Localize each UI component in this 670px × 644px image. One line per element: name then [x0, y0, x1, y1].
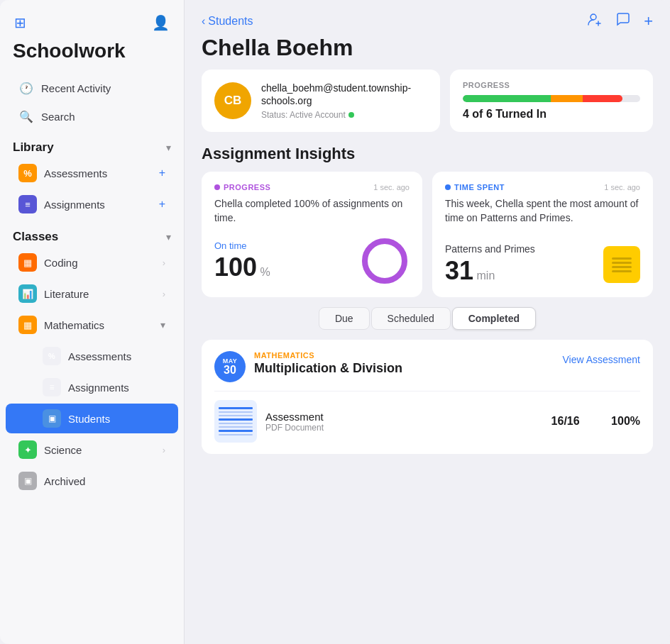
literature-icon: 📊 — [18, 284, 37, 303]
archived-icon: ▣ — [18, 472, 37, 490]
insight-header: TIME SPENT 1 sec. ago — [445, 183, 640, 191]
notebook-lines — [608, 253, 636, 277]
thumb-line — [219, 415, 253, 416]
tab-due[interactable]: Due — [319, 307, 370, 330]
progress-insight-card: PROGRESS 1 sec. ago Chella completed 100… — [202, 172, 422, 297]
progress-dot — [214, 184, 220, 190]
student-status: Status: Active Account — [261, 110, 427, 120]
sidebar-item-science[interactable]: ✦ Science › — [6, 435, 178, 465]
insight-metric-unit: % — [260, 266, 270, 278]
library-section-header[interactable]: Library ▾ — [0, 131, 184, 157]
insight-metric-value: 31 — [445, 256, 473, 285]
main-header: ‹ Students + — [185, 0, 670, 30]
insight-type-label: TIME SPENT — [454, 183, 505, 191]
thumb-line — [219, 407, 253, 409]
sidebar-item-math-students[interactable]: ▣ Students — [6, 404, 178, 433]
sidebar-item-recent-activity[interactable]: 🕐 Recent Activity — [6, 74, 178, 102]
thumb-line — [219, 426, 253, 428]
sidebar-item-assignments[interactable]: ≡ Assignments + — [6, 189, 178, 219]
date-day: 30 — [224, 365, 236, 376]
insight-metric: On time 100 % — [214, 240, 270, 282]
svg-point-2 — [365, 241, 405, 281]
insight-metric-label: On time — [214, 240, 270, 251]
chevron-down-icon: ▾ — [166, 231, 171, 243]
tab-scheduled[interactable]: Scheduled — [371, 307, 451, 330]
sidebar-item-assessments[interactable]: % Assessments + — [6, 158, 178, 188]
chat-icon — [615, 11, 631, 27]
add-button[interactable]: + — [644, 12, 653, 30]
sidebar-item-label: Students — [68, 413, 165, 425]
sidebar-item-mathematics[interactable]: ▦ Mathematics ▾ — [6, 310, 178, 340]
sidebar-top-bar: ⊞ 👤 — [0, 0, 184, 40]
sidebar-item-search[interactable]: 🔍 Search — [6, 102, 178, 131]
thumb-lines — [214, 403, 257, 440]
assessments-icon: % — [18, 164, 37, 182]
progress-bar — [463, 95, 640, 102]
date-badge: MAY 30 — [214, 351, 246, 382]
student-name: Chella Boehm — [185, 30, 670, 70]
thumb-line — [219, 423, 253, 424]
sidebar-toggle-button[interactable]: ⊞ — [13, 13, 28, 33]
student-email: chella_boehm@student.township-schools.or… — [261, 82, 427, 107]
thumb-line — [219, 430, 253, 432]
sidebar-item-label: Assessments — [68, 350, 165, 362]
assignment-item-info: Assessment PDF Document — [265, 411, 543, 433]
user-profile-button[interactable]: 👤 — [150, 13, 171, 33]
add-icon[interactable]: + — [159, 167, 165, 179]
view-assessment-button[interactable]: View Assessment — [563, 351, 640, 365]
add-person-icon — [587, 11, 603, 27]
avatar: CB — [214, 82, 251, 119]
sidebar-item-label: Coding — [44, 257, 155, 269]
message-button[interactable] — [615, 11, 631, 30]
insight-type-time: TIME SPENT — [445, 183, 505, 191]
assignment-score: 16/16 100% — [551, 415, 640, 428]
sidebar-item-math-assessments[interactable]: % Assessments — [6, 341, 178, 371]
tab-bar: Due Scheduled Completed — [185, 307, 670, 340]
student-details: chella_boehm@student.township-schools.or… — [261, 82, 427, 120]
tab-completed[interactable]: Completed — [452, 307, 536, 330]
math-assessments-icon: % — [43, 347, 61, 365]
notebook-line — [612, 270, 632, 272]
chevron-down-icon: ▾ — [160, 319, 165, 331]
notebook-icon — [603, 246, 640, 283]
time-spent-insight-card: TIME SPENT 1 sec. ago This week, Chella … — [432, 172, 653, 297]
coding-icon: ▦ — [18, 253, 37, 272]
insights-row: PROGRESS 1 sec. ago Chella completed 100… — [185, 172, 670, 307]
sidebar-item-label: Literature — [44, 288, 155, 300]
sidebar: ⊞ 👤 Schoolwork 🕐 Recent Activity 🔍 Searc… — [0, 0, 185, 644]
science-icon: ✦ — [18, 440, 37, 459]
notebook-line — [612, 257, 632, 260]
score-percent: 100% — [611, 415, 640, 427]
search-icon: 🔍 — [18, 109, 34, 124]
sidebar-item-label: Search — [41, 111, 75, 123]
insights-heading: Assignment Insights — [185, 142, 670, 172]
back-button[interactable]: ‹ Students — [202, 15, 253, 28]
sidebar-item-label: Archived — [44, 475, 165, 487]
sidebar-item-coding[interactable]: ▦ Coding › — [6, 248, 178, 277]
progress-bar-fill — [463, 95, 622, 102]
insight-description: Chella completed 100% of assignments on … — [214, 197, 410, 225]
top-cards: CB chella_boehm@student.township-schools… — [185, 70, 670, 142]
status-label: Status: Active Account — [261, 110, 346, 120]
progress-card: PROGRESS 4 of 6 Turned In — [450, 70, 653, 132]
thumb-line — [219, 434, 253, 435]
sidebar-item-label: Science — [44, 444, 155, 456]
progress-label: PROGRESS — [463, 81, 640, 89]
assignment-item-name: Assessment — [265, 411, 543, 423]
classes-section-header[interactable]: Classes ▾ — [0, 220, 184, 247]
insight-type-label: PROGRESS — [224, 183, 270, 191]
add-icon[interactable]: + — [159, 198, 165, 211]
chevron-right-icon: › — [163, 289, 165, 299]
sidebar-item-archived[interactable]: ▣ Archived — [6, 466, 178, 496]
add-student-button[interactable] — [587, 11, 603, 30]
sidebar-item-label: Assessments — [44, 167, 152, 179]
chevron-right-icon: › — [163, 257, 165, 268]
assignments-icon: ≡ — [18, 195, 37, 213]
sidebar-item-label: Assignments — [44, 199, 152, 211]
sidebar-item-literature[interactable]: 📊 Literature › — [6, 279, 178, 309]
main-content: ‹ Students + Chella B — [185, 0, 670, 644]
sidebar-item-math-assignments[interactable]: ≡ Assignments — [6, 372, 178, 402]
back-label: Students — [208, 15, 253, 28]
classes-title: Classes — [13, 230, 58, 244]
svg-point-0 — [591, 14, 596, 20]
